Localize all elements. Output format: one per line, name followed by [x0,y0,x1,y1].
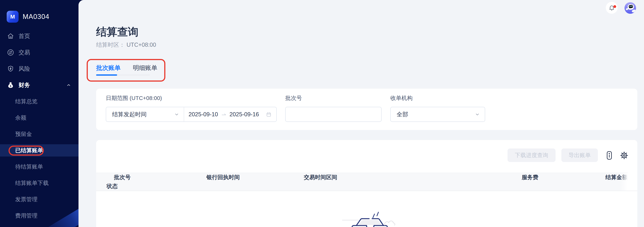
acquirer-value: 全部 [396,111,408,118]
info-icon[interactable] [604,150,614,160]
batch-no-input[interactable] [285,107,382,122]
active-tab-indicator [96,74,117,76]
bill-tabs: 批次账单 明细账单 [96,64,158,72]
acquirer-select[interactable]: 全部 [390,107,485,122]
sidebar-item-reserve[interactable]: 预留金 [0,126,78,142]
date-range-picker[interactable]: 2025-09-10 2025-09-16 [184,107,276,121]
notification-bell-button[interactable] [606,2,618,14]
swap-right-arrow-icon [221,112,226,117]
filter-panel: 日期范围 (UTC+08:00) 批次号 收单机构 结算发起时间 2025-09… [96,89,637,130]
sidebar-item-transactions[interactable]: 交易 [0,44,78,61]
transfer-icon [7,49,14,56]
robot-avatar-illustration [624,2,636,14]
sidebar-item-finance[interactable]: $ 财务 [0,77,78,93]
batch-no-label: 批次号 [285,95,302,102]
gear-icon[interactable] [619,150,629,160]
tab-batch-bills[interactable]: 批次账单 [96,64,121,72]
submenu-label: 预留金 [15,130,32,138]
brand-logo: M [7,11,18,23]
column-header-bank-receipt-time: 银行回执时间 [206,174,304,181]
home-icon [7,32,14,40]
sidebar-item-home[interactable]: 首页 [0,28,78,44]
table-header-row: 批次号 银行回执时间 交易时间区间 服务费 结算金额 状态 [96,173,628,191]
sidebar-item-bill-download[interactable]: 结算账单下载 [0,175,78,191]
tab-rail [96,74,150,76]
chevron-up-icon [66,83,71,88]
column-header-service-fee: 服务费 [464,174,538,181]
sidebar-item-label: 首页 [18,32,30,40]
sidebar-item-balance[interactable]: 余额 [0,110,78,126]
sidebar-item-label: 财务 [18,81,30,89]
sidebar-item-pending-bills[interactable]: 待结算账单 [0,159,78,175]
sidebar-item-label: 交易 [18,49,30,56]
sidebar-item-risk[interactable]: 风险 [0,61,78,77]
app-root: M MA0304 首页 交易 [0,0,644,227]
export-bill-button[interactable]: 导出账单 [562,149,598,162]
timezone-value: UTC+08:00 [126,41,156,48]
tab-detail-bills[interactable]: 明细账单 [133,64,158,72]
sidebar-item-settled-bills[interactable]: 已结算账单 [0,142,78,159]
svg-text:$: $ [10,85,11,88]
submenu-label: 已结算账单 [15,147,43,154]
sidebar-item-invoice-management[interactable]: 发票管理 [0,191,78,208]
start-date-value[interactable]: 2025-09-10 [188,111,218,118]
user-avatar[interactable] [624,2,636,14]
table-scrollbar-gutter [628,173,637,191]
date-range-control: 结算发起时间 2025-09-10 2025-09-16 [106,107,277,122]
notification-dot [614,5,616,8]
timezone-subtitle: 结算时区： UTC+08:00 [96,41,156,49]
chevron-down-icon [174,112,179,117]
empty-state-illustration [304,202,444,227]
column-header-status: 状态 [96,183,206,190]
chevron-down-icon [475,112,480,117]
timezone-label: 结算时区： [96,41,125,48]
submenu-label: 费用管理 [15,212,38,220]
merchant-id: MA0304 [23,13,49,20]
brand-logo-letter: M [10,13,15,20]
main-content: 结算查询 结算时区： UTC+08:00 批次账单 明细账单 日期范围 (UTC… [78,0,644,227]
date-type-select[interactable]: 结算发起时间 [106,107,184,121]
sidebar-item-label: 风险 [18,65,30,73]
acquirer-label: 收单机构 [390,95,412,102]
calendar-icon [266,112,272,117]
date-range-label: 日期范围 (UTC+08:00) [106,95,162,102]
column-header-settlement-amount: 结算金额 [538,174,628,181]
date-type-value: 结算发起时间 [112,111,146,118]
download-progress-button[interactable]: 下载进度查询 [508,149,556,162]
submenu-label: 结算账单下载 [15,179,48,187]
column-header-batch-no: 批次号 [96,174,206,181]
sidebar-item-settlement-overview[interactable]: 结算总览 [0,93,78,110]
submenu-label: 待结算账单 [15,163,43,171]
sidebar: M MA0304 首页 交易 [0,0,78,227]
bills-table-panel: 下载进度查询 导出账单 批次号 银行回执时间 交易时间区间 服务费 [96,140,637,227]
shield-icon [7,65,14,73]
submenu-label: 结算总览 [15,98,38,105]
moneybag-icon: $ [7,81,14,89]
page-title: 结算查询 [96,25,138,38]
column-header-transaction-period: 交易时间区间 [304,174,464,181]
end-date-value[interactable]: 2025-09-16 [230,111,259,118]
submenu-label: 发票管理 [15,196,38,203]
submenu-label: 余额 [15,114,26,122]
